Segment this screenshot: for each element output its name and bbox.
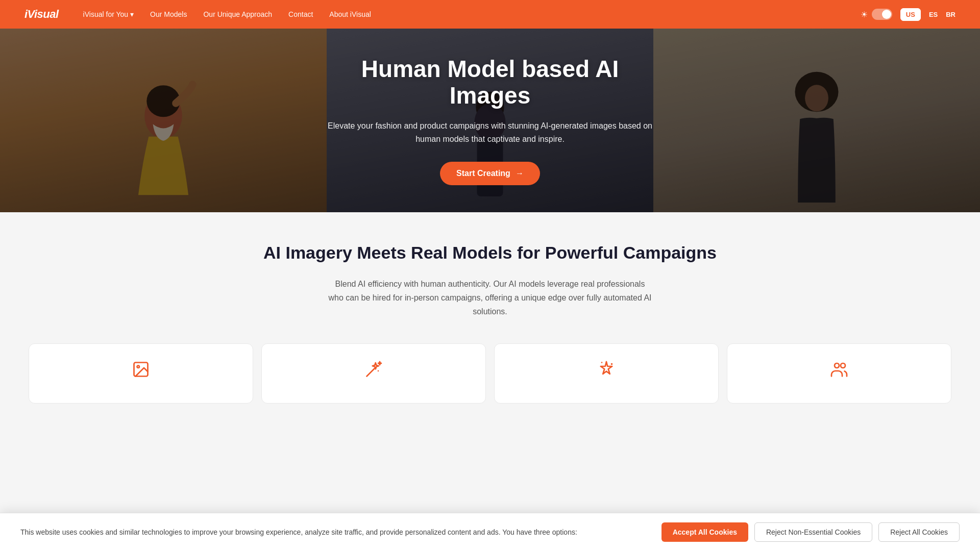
nav-link-contact[interactable]: Contact [288,10,313,18]
feature-card-2 [494,343,719,404]
nav-link-about[interactable]: About iVisual [329,10,371,18]
svg-point-12 [601,362,603,363]
sparkle-icon [507,360,706,383]
section2-title: AI Imagery Meets Real Models for Powerfu… [24,243,955,263]
toggle-knob [882,10,891,19]
arrow-icon: → [516,169,524,178]
nav-link-our-models[interactable]: Our Models [150,10,187,18]
cta-label: Start Creating [456,169,510,178]
hero-content: Human Model based AI Images Elevate your… [311,56,669,186]
nav-links: iVisual for You ▾ Our Models Our Unique … [83,10,861,18]
sun-icon: ☀ [861,10,868,19]
site-logo[interactable]: iVisual [24,8,59,21]
section2: AI Imagery Meets Real Models for Powerfu… [0,212,980,424]
svg-point-11 [611,363,613,365]
magic-wand-icon [274,360,473,383]
svg-line-9 [367,368,375,376]
lang-button-es[interactable]: ES [929,11,938,18]
reject-all-cookies-button[interactable]: Reject All Cookies [878,522,960,542]
hero-title: Human Model based AI Images [324,56,656,110]
reject-non-essential-button[interactable]: Reject Non-Essential Cookies [754,522,872,542]
nav-link-unique-approach[interactable]: Our Unique Approach [203,10,272,18]
feature-card-0 [29,343,253,404]
theme-toggle[interactable]: ☀ [861,9,892,20]
people-icon [740,360,939,383]
dark-mode-toggle[interactable] [872,9,892,20]
navbar: iVisual iVisual for You ▾ Our Models Our… [0,0,980,29]
lang-button-br[interactable]: BR [946,11,955,18]
nav-link-ivisual-for-you[interactable]: iVisual for You ▾ [83,10,134,18]
start-creating-button[interactable]: Start Creating → [440,162,540,185]
section2-text: Blend AI efficiency with human authentic… [327,277,653,319]
nav-right: ☀ US ES BR [861,8,955,21]
cookie-buttons: Accept All Cookies Reject Non-Essential … [662,522,960,542]
cookie-text: This website uses cookies and similar te… [20,527,645,538]
lang-button-us[interactable]: US [900,8,921,21]
chevron-down-icon: ▾ [130,10,134,18]
feature-card-1 [261,343,486,404]
features-row [0,343,980,404]
svg-point-14 [841,363,845,368]
svg-point-13 [835,363,839,368]
hero-section: Human Model based AI Images Elevate your… [0,29,980,212]
feature-card-3 [727,343,951,404]
svg-point-8 [137,365,140,368]
cookie-banner: This website uses cookies and similar te… [0,513,980,551]
hero-subtitle: Elevate your fashion and product campaig… [324,119,656,145]
image-icon [41,360,240,383]
accept-all-cookies-button[interactable]: Accept All Cookies [662,522,748,542]
